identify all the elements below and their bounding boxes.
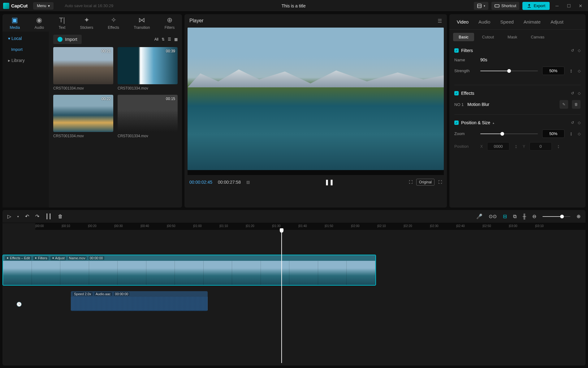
player-menu-icon[interactable]: ☰: [438, 18, 442, 24]
x-value[interactable]: 0000: [487, 142, 509, 151]
effects-checkbox[interactable]: ✓: [454, 91, 459, 95]
zoom-out-icon[interactable]: ⊖: [532, 213, 536, 219]
original-button[interactable]: Original: [416, 179, 435, 186]
zoom-in-icon[interactable]: ⊕: [577, 213, 581, 219]
subtab-cutout[interactable]: Cutout: [477, 33, 499, 41]
clock-icon[interactable]: 🕓: [16, 302, 22, 307]
zoom-keyframe[interactable]: ◇: [578, 132, 581, 136]
player-video[interactable]: [188, 28, 444, 170]
keyframe-icon[interactable]: ◇: [578, 120, 581, 125]
sidebar-item-local[interactable]: ▾ Local: [2, 33, 49, 44]
y-value[interactable]: 0: [530, 142, 552, 151]
timeline-body[interactable]: ▢ 🔇 🕓 ✦ Effects – Edit✦ Filters✦ AdjustN…: [2, 230, 586, 366]
audio-time: 00:00:00: [114, 292, 130, 296]
tab-animate[interactable]: Animate: [519, 14, 546, 29]
sort-icon[interactable]: ⇅: [162, 37, 165, 42]
media-tool-icon: ▣: [11, 16, 18, 24]
grid-view-icon[interactable]: ▦: [174, 37, 178, 42]
import-button[interactable]: Import: [53, 35, 82, 44]
pause-button[interactable]: ❚❚: [325, 179, 334, 185]
export-button[interactable]: Export: [522, 2, 550, 10]
edit-effect-button[interactable]: ✎: [560, 100, 568, 109]
list-view-icon[interactable]: ☰: [168, 37, 171, 42]
audio-tool[interactable]: ◉Audio: [33, 14, 45, 32]
menu-button[interactable]: Menu ▾: [33, 2, 54, 10]
audio-meter-icon[interactable]: ▤: [246, 180, 250, 184]
subtab-canvas[interactable]: Canvas: [525, 33, 550, 41]
crop-icon[interactable]: ⛶: [409, 180, 413, 184]
maximize-button[interactable]: ☐: [564, 2, 573, 10]
filters-tool[interactable]: ⊕Filters: [163, 14, 176, 32]
track-labels: ▢ 🔇 🕓: [2, 230, 35, 366]
delete-effect-button[interactable]: 🗑: [572, 100, 581, 109]
y-stepper[interactable]: ▲▼: [556, 144, 561, 149]
keyframe-icon[interactable]: ◇: [578, 48, 581, 53]
media-item[interactable]: 00:15CRST001334.mov: [118, 95, 178, 138]
media-tool[interactable]: ▣Media: [9, 14, 21, 32]
player-scrubber[interactable]: [188, 170, 444, 175]
layout-button[interactable]: ▾: [474, 2, 488, 10]
undo-button[interactable]: ↶: [25, 213, 29, 219]
fullscreen-icon[interactable]: ⛶: [438, 180, 442, 184]
tab-adjust[interactable]: Adjust: [546, 14, 569, 29]
filters-checkbox[interactable]: ✓: [454, 48, 459, 53]
keyframe-icon[interactable]: ◇: [578, 91, 581, 95]
shortcut-button[interactable]: Shortcut: [491, 2, 519, 10]
strength-stepper[interactable]: ▲▼: [569, 69, 573, 73]
reset-icon[interactable]: ↺: [571, 48, 574, 53]
timeline-ruler[interactable]: |00:00|00:10|00:20|00:30|00:40|00:50|01:…: [35, 223, 586, 230]
split-button[interactable]: ┃┃: [45, 213, 52, 219]
select-dropdown[interactable]: ▾: [17, 215, 19, 218]
minimize-button[interactable]: ─: [553, 2, 561, 10]
position-checkbox[interactable]: ✓: [454, 120, 459, 125]
filter-all[interactable]: All: [154, 37, 158, 42]
effects-tool[interactable]: ✧Effects: [107, 14, 120, 32]
audio-clip[interactable]: Speed 2.0xAudio.aac00:00:00: [71, 291, 208, 311]
tab-video[interactable]: Video: [452, 14, 473, 29]
tab-speed[interactable]: Speed: [495, 14, 518, 29]
stickers-tool[interactable]: ✦Stickers: [79, 14, 95, 32]
mic-icon[interactable]: 🎤: [476, 213, 482, 219]
magnet-icon[interactable]: ⊟: [503, 213, 507, 219]
ruler-tick: |00:40: [141, 224, 149, 228]
media-item[interactable]: 00:22CRST001334.mov: [53, 95, 113, 138]
zoom-stepper[interactable]: ▲▼: [569, 132, 573, 136]
reset-icon[interactable]: ↺: [571, 91, 574, 95]
video-clip-header: ✦ Effects – Edit✦ Filters✦ AdjustName.mo…: [3, 255, 375, 261]
project-title[interactable]: This is a title: [113, 3, 474, 8]
timeline-zoom-slider[interactable]: [543, 216, 570, 217]
record-icon[interactable]: ⊙⊙: [489, 213, 497, 219]
chevron-up-icon[interactable]: ▴: [493, 121, 494, 125]
reset-icon[interactable]: ↺: [571, 120, 574, 125]
link-icon[interactable]: ⧉: [513, 214, 517, 219]
sidebar-item-local-import[interactable]: Import: [2, 44, 49, 55]
strength-value[interactable]: 50%: [542, 67, 564, 75]
x-stepper[interactable]: ▲▼: [514, 144, 518, 149]
inspector-subtabs: BasicCutoutMaskCanvas: [449, 30, 586, 44]
text-tool[interactable]: T|Text: [57, 14, 67, 32]
strength-keyframe[interactable]: ◇: [578, 69, 581, 73]
playhead[interactable]: [281, 230, 282, 363]
sidebar-item-library[interactable]: ▸ Library: [2, 55, 49, 66]
delete-button[interactable]: 🗑: [58, 214, 63, 219]
video-clip[interactable]: ✦ Effects – Edit✦ Filters✦ AdjustName.mo…: [2, 255, 376, 286]
media-item[interactable]: 00:39CRST001334.mov: [118, 47, 178, 90]
media-item[interactable]: 00:21CRST001334.mov: [53, 47, 113, 90]
select-tool[interactable]: ▷: [7, 213, 11, 219]
audio-speed-badge: Speed 2.0x: [73, 292, 93, 296]
clip-filename: Name.mov: [68, 256, 87, 260]
position-header: ✓ Position & Size ▴ ↺ ◇: [454, 120, 581, 125]
transition-tool[interactable]: ⋈Transition: [132, 14, 151, 32]
subtab-basic[interactable]: Basic: [453, 33, 474, 41]
align-icon[interactable]: ╫: [523, 214, 526, 219]
strength-slider[interactable]: [480, 71, 538, 71]
tab-audio[interactable]: Audio: [473, 14, 495, 29]
redo-button[interactable]: ↷: [35, 213, 39, 219]
zoom-slider[interactable]: [480, 134, 538, 134]
close-button[interactable]: ✕: [576, 2, 585, 10]
filters-header: ✓ Filters ↺ ◇: [454, 48, 581, 53]
media-sidebar: ▾ LocalImport▸ Library: [2, 32, 49, 208]
ruler-tick: |00:50: [167, 224, 175, 228]
zoom-value[interactable]: 50%: [542, 129, 564, 138]
subtab-mask[interactable]: Mask: [502, 33, 523, 41]
